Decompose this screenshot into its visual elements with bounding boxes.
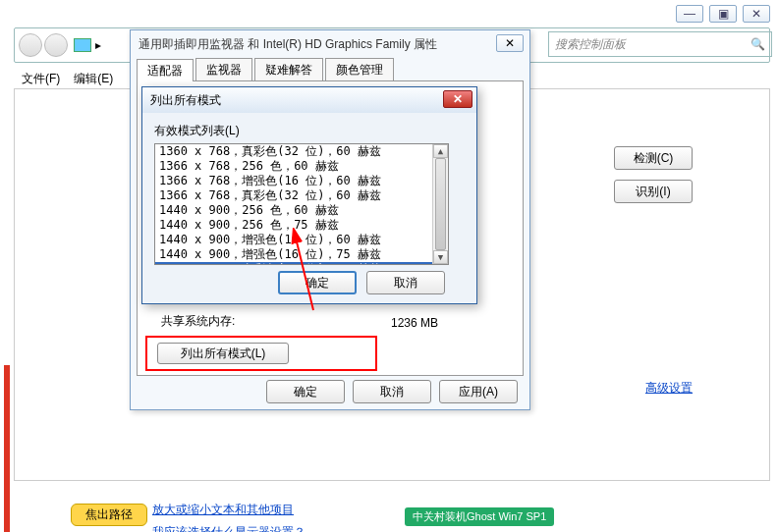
highlight-annotation: 列出所有模式(L) — [145, 336, 377, 371]
search-placeholder: 搜索控制面板 — [555, 36, 626, 53]
dialog-title: 通用即插即用监视器 和 Intel(R) HD Graphics Family … — [131, 30, 529, 58]
list-item[interactable]: 1366 x 768，256 色，60 赫兹 — [155, 159, 448, 174]
identify-button[interactable]: 识别(I) — [614, 180, 693, 203]
nav-back-button[interactable] — [19, 33, 42, 57]
prop-apply-button[interactable]: 应用(A) — [439, 380, 518, 403]
modes-dialog-title: 列出所有模式 — [142, 87, 476, 113]
tab-monitor[interactable]: 监视器 — [195, 58, 252, 80]
list-item[interactable]: 1440 x 900，256 色，75 赫兹 — [155, 218, 448, 233]
list-all-modes-dialog: 列出所有模式 ✕ 有效模式列表(L) 1360 x 768，真彩色(32 位)，… — [141, 86, 477, 304]
menu-file[interactable]: 文件(F) — [22, 71, 60, 87]
list-item[interactable]: 1440 x 900，增强色(16 位)，60 赫兹 — [155, 233, 448, 247]
dialog-close-button[interactable]: ✕ — [496, 34, 524, 52]
shared-memory-label: 共享系统内存: — [161, 313, 235, 330]
search-input[interactable]: 搜索控制面板 🔍 — [548, 31, 772, 57]
shared-memory-value: 1236 MB — [391, 316, 438, 330]
list-item[interactable]: 1366 x 768，真彩色(32 位)，60 赫兹 — [155, 188, 448, 203]
modes-cancel-button[interactable]: 取消 — [366, 271, 445, 294]
modes-list-label: 有效模式列表(L) — [154, 123, 465, 139]
modes-close-button[interactable]: ✕ — [443, 90, 472, 108]
chevron-right-icon: ▸ — [95, 38, 101, 52]
scrollbar[interactable]: ▲ ▼ — [432, 144, 448, 264]
tab-color-management[interactable]: 颜色管理 — [325, 58, 394, 80]
advanced-settings-link[interactable]: 高级设置 — [645, 380, 693, 397]
list-all-modes-button[interactable]: 列出所有模式(L) — [157, 343, 289, 364]
tab-adapter[interactable]: 适配器 — [137, 59, 194, 81]
menu-edit[interactable]: 编辑(E) — [74, 71, 113, 87]
modes-ok-button[interactable]: 确定 — [278, 271, 357, 294]
list-item[interactable]: 1440 x 900，增强色(16 位)，75 赫兹 — [155, 247, 448, 262]
close-button[interactable]: ✕ — [743, 5, 770, 23]
which-settings-link[interactable]: 我应该选择什么显示器设置？ — [152, 524, 306, 532]
minimize-button[interactable]: — — [676, 5, 703, 23]
list-item-selected[interactable]: 1440 x 900，真彩色(32 位)，60 赫兹 — [155, 262, 448, 265]
nav-forward-button[interactable] — [44, 33, 68, 57]
ghost-badge: 中关村装机Ghost Win7 SP1 — [405, 507, 554, 526]
zoom-text-link[interactable]: 放大或缩小文本和其他项目 — [152, 502, 306, 518]
detect-button[interactable]: 检测(C) — [614, 146, 693, 170]
scroll-up-button[interactable]: ▲ — [433, 144, 448, 158]
prop-ok-button[interactable]: 确定 — [266, 380, 345, 403]
tab-troubleshoot[interactable]: 疑难解答 — [254, 58, 323, 80]
list-item[interactable]: 1440 x 900，256 色，60 赫兹 — [155, 203, 448, 218]
list-item[interactable]: 1360 x 768，真彩色(32 位)，60 赫兹 — [155, 144, 448, 159]
scroll-down-button[interactable]: ▼ — [433, 250, 448, 264]
prop-cancel-button[interactable]: 取消 — [353, 380, 431, 403]
yellow-chip: 焦出路径 — [71, 504, 147, 526]
monitor-icon — [74, 38, 91, 52]
red-side-bar — [4, 365, 10, 532]
maximize-button[interactable]: ▣ — [709, 5, 737, 23]
modes-listbox[interactable]: 1360 x 768，真彩色(32 位)，60 赫兹 1366 x 768，25… — [154, 143, 449, 265]
search-icon: 🔍 — [750, 37, 765, 51]
list-item[interactable]: 1366 x 768，增强色(16 位)，60 赫兹 — [155, 174, 448, 188]
scroll-thumb[interactable] — [435, 158, 446, 250]
